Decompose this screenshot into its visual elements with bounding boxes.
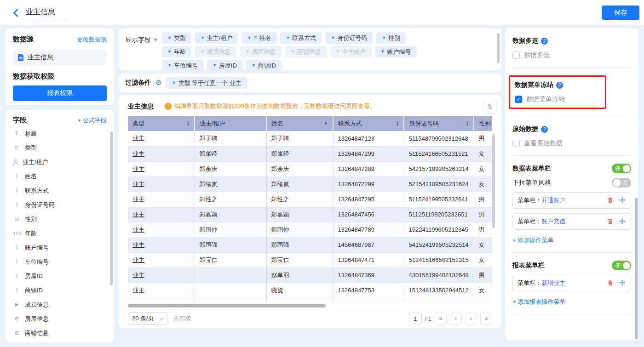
trash-icon[interactable] [607, 197, 614, 204]
field-item[interactable]: ⊞ 商铺信息 [13, 326, 107, 340]
cell-type[interactable]: 业主 [128, 283, 195, 298]
display-field-chip[interactable]: ▼≡联系方式 [280, 32, 322, 44]
move-icon[interactable] [619, 197, 626, 204]
sort-arrows-icon[interactable]: ▲▼ [396, 121, 399, 126]
prev-page-button[interactable]: ‹ [450, 313, 462, 324]
display-field-chip[interactable]: ▼≡成员信息 [195, 46, 236, 57]
display-fields-scrollbar[interactable] [497, 33, 500, 63]
field-item[interactable]: T 标题 [13, 126, 107, 141]
column-header-contact[interactable]: 联系方式▲▼ [333, 116, 404, 131]
menu-item-name[interactable]: 账户充值 [541, 217, 565, 226]
field-item[interactable]: I 账户编号 [13, 240, 107, 255]
raw-data-checkbox[interactable] [512, 140, 520, 147]
cell-type[interactable]: 业主 [128, 161, 195, 176]
menu-item-card[interactable]: 菜单栏： 账户充值 [512, 213, 631, 230]
fields-scrollbar[interactable] [110, 131, 113, 285]
trash-icon[interactable] [607, 279, 614, 287]
field-item[interactable]: I 姓名 [13, 169, 107, 183]
sort-order-button[interactable]: ⇅ [483, 100, 497, 114]
field-item[interactable]: 123 年龄 [13, 226, 107, 240]
chip-label: 商铺信息 [297, 46, 321, 57]
field-item[interactable]: ⊞ 房屋信息 [13, 312, 107, 326]
cell-type[interactable]: 业主 [128, 146, 195, 161]
column-header-type[interactable]: 类型▲▼ [128, 116, 195, 131]
column-header-owner-tenant[interactable]: 业主/租户 [195, 116, 266, 131]
menu-item-card[interactable]: 菜单栏： 开通账户 [512, 192, 631, 209]
caret-down-icon[interactable]: ▼ [324, 121, 328, 126]
display-field-chip[interactable]: ▼≡车位编号 [162, 60, 203, 71]
table-row: 业主 晓旋 13264847753 151248133502944512 女 [128, 283, 492, 298]
change-datasource-link[interactable]: 更改数据源 [77, 35, 107, 44]
display-field-chip[interactable]: ▼≡房屋ID [207, 60, 242, 71]
cell-type[interactable]: 业主 [128, 222, 195, 237]
column-header-name[interactable]: 姓名▼ [266, 116, 333, 131]
add-menu-link[interactable]: + 添加操作菜单 [512, 236, 631, 245]
field-item[interactable]: ⊙ 类型 [13, 141, 107, 155]
field-item[interactable]: I 身份证号码 [13, 198, 107, 212]
field-item[interactable]: ☑ 性别 [13, 212, 107, 226]
dropdown-style-toggle[interactable]: 关 [612, 178, 631, 188]
move-icon[interactable] [619, 218, 626, 225]
page-input[interactable] [409, 313, 422, 324]
save-button[interactable]: 保存 [602, 6, 639, 20]
field-item[interactable]: I 房屋ID [13, 269, 107, 283]
first-page-button[interactable]: « [435, 313, 447, 324]
last-page-button[interactable]: » [480, 313, 492, 324]
freeze-checkbox[interactable]: ✓ [515, 96, 522, 103]
menu-item-card[interactable]: 菜单栏： 新增业主 [512, 275, 631, 291]
display-field-chip[interactable]: ▼≡业主/租户 [195, 32, 238, 44]
datasource-item[interactable]: 业主信息 [13, 49, 107, 66]
page-title[interactable]: 业主信息 [26, 7, 70, 20]
display-field-chip[interactable]: ▼≡商铺ID [246, 60, 282, 71]
sort-arrows-icon[interactable]: ▲▼ [466, 121, 469, 126]
table-vertical-scrollbar[interactable] [492, 134, 495, 228]
field-item[interactable]: 业主/租户 [13, 155, 107, 169]
gear-icon[interactable]: ⚙ [155, 79, 161, 87]
move-icon[interactable] [619, 279, 626, 287]
horizontal-scrollbar[interactable] [128, 304, 326, 307]
help-icon[interactable]: ? [541, 126, 548, 133]
cell-type[interactable]: 业主 [128, 131, 195, 146]
add-display-field-button[interactable]: + [154, 35, 158, 43]
trash-icon[interactable] [607, 218, 614, 225]
display-field-chip[interactable]: ▼≡年龄 [162, 46, 191, 57]
add-report-menu-link[interactable]: + 添加报表操作菜单 [512, 298, 631, 306]
field-item[interactable]: ▶ 成员信息 [13, 297, 107, 312]
page-size-select[interactable]: 20 条/页∨ [128, 312, 167, 325]
display-field-chip[interactable]: ▼≡姓名 [242, 32, 276, 44]
multi-select-checkbox[interactable] [512, 51, 520, 59]
display-field-chip[interactable]: ▼≡账户编号 [375, 46, 417, 57]
sort-arrows-icon[interactable]: ▲▼ [187, 121, 190, 126]
display-field-chip[interactable]: ▼≡房屋信息 [240, 46, 282, 57]
table-menubar-toggle[interactable]: 开 [612, 164, 631, 173]
settings-scrollbar[interactable] [635, 198, 638, 339]
field-item[interactable]: I 联系方式 [13, 183, 107, 198]
cell-type[interactable]: 业主 [128, 267, 195, 283]
column-header-gender[interactable]: 性别 [474, 116, 492, 131]
report-menubar-toggle[interactable]: 开 [612, 261, 631, 270]
cell-type[interactable]: 业主 [128, 176, 195, 192]
help-icon[interactable]: ? [541, 38, 548, 45]
add-formula-field-link[interactable]: + 公式字段 [78, 116, 107, 125]
cell-type[interactable]: 业主 [128, 252, 195, 267]
cell-type[interactable]: 业主 [128, 192, 195, 207]
back-button[interactable] [11, 8, 21, 18]
cell-idcard: 542157199205263214 [404, 161, 474, 176]
field-item[interactable]: I 商铺ID [13, 283, 107, 297]
cell-type[interactable]: 业主 [128, 207, 195, 222]
next-page-button[interactable]: › [465, 313, 477, 324]
display-field-chip[interactable]: ▼≡业主账户 [330, 46, 372, 57]
field-label: 业主/租户 [23, 158, 48, 166]
report-permission-button[interactable]: 报表权限 [13, 85, 107, 101]
display-field-chip[interactable]: ▼≡商铺信息 [285, 46, 327, 57]
menu-item-name[interactable]: 新增业主 [541, 279, 565, 287]
cell-type[interactable]: 业主 [128, 237, 195, 252]
filter-condition-chip[interactable]: ▼类型 等于任意一个 业主 [166, 77, 247, 89]
menu-item-name[interactable]: 开通账户 [541, 196, 565, 205]
display-field-chip[interactable]: ▼≡身份证号码 [325, 32, 373, 44]
column-header-idcard[interactable]: 身份证号码▲▼ [404, 116, 474, 131]
display-field-chip[interactable]: ▼≡性别 [376, 32, 406, 44]
display-field-chip[interactable]: ▼≡类型 [162, 32, 191, 44]
help-icon[interactable]: ? [556, 82, 563, 89]
field-item[interactable]: I 车位编号 [13, 255, 107, 269]
